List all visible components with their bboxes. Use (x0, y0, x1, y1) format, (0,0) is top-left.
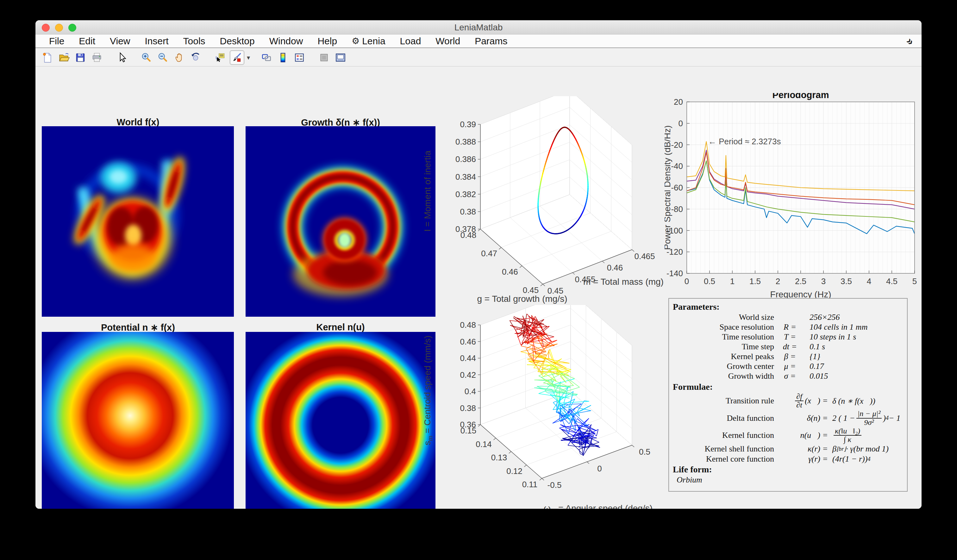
potential-heatmap[interactable] (42, 332, 234, 509)
z-tick-label: 0.382 (455, 189, 476, 199)
parameter-row: Space resolutionR =104 cells in 1 mm (672, 322, 904, 332)
menu-item-insert[interactable]: Insert (137, 36, 176, 46)
data-cursor-icon[interactable] (213, 50, 227, 65)
parameter-row: Growth widthσ =0.015 (672, 371, 904, 381)
link-plot-icon[interactable] (259, 50, 273, 65)
z-tick-label: 0.38 (460, 207, 476, 216)
parameters-panel: Parameters: World size256×256Space resol… (668, 298, 908, 492)
axis-label-y: ωm​ = Angular speed (deg/s) (544, 503, 652, 509)
parameter-rows: World size256×256Space resolutionR =104 … (672, 312, 904, 381)
parameter-value: 0.015 (810, 371, 828, 381)
x-tick-label: 2 (775, 276, 780, 286)
insert-legend-icon[interactable] (292, 50, 306, 65)
x-tick-label: 2.5 (795, 276, 806, 286)
title-bar[interactable]: LeniaMatlab (35, 20, 922, 35)
formula-row: Transition rule∂f∂t(x⃗) =δ (n ∗ f(x⃗)) (672, 393, 904, 409)
menu-item-label: Params (475, 36, 507, 46)
brush-dropdown-icon[interactable]: ▾ (247, 54, 250, 62)
lifeform-value: Orbium (677, 475, 904, 485)
menu-item-world[interactable]: World (428, 36, 467, 46)
menu-item-label: Load (400, 36, 421, 46)
parameter-row: Time resolutionT =10 steps in 1 s (672, 332, 904, 342)
menu-item-load[interactable]: Load (393, 36, 428, 46)
x-tick-label: 5 (912, 276, 917, 286)
menu-item-file[interactable]: File (42, 36, 71, 46)
toolbar-group (115, 50, 131, 65)
parameter-symbol: T = (774, 332, 806, 342)
phase-portrait-3d-speed[interactable]: 0.110.120.130.140.15-0.500.50.360.380.40… (421, 305, 671, 509)
growth-heatmap[interactable] (246, 126, 436, 317)
parameter-label: Space resolution (672, 322, 774, 332)
menu-item-label: Window (269, 36, 303, 46)
x-tick-label: 0.11 (522, 480, 538, 489)
brush-icon[interactable] (230, 50, 244, 65)
menu-item-label: Tools (183, 36, 205, 46)
pan-icon[interactable] (172, 50, 186, 65)
insert-colorbar-icon[interactable] (276, 50, 290, 65)
z-tick-label: 0.46 (460, 337, 476, 346)
parameter-symbol: β = (774, 352, 806, 361)
phase-portrait-3d-mass[interactable]: 0.450.460.470.480.450.4550.460.4650.3780… (421, 96, 671, 305)
window-title: LeniaMatlab (35, 22, 922, 33)
toolbar-group: ▾ (213, 50, 251, 65)
parameter-symbol: R = (774, 322, 806, 332)
y-tick-label: -20 (671, 140, 683, 150)
toolbar-group (139, 50, 205, 65)
leniamatlab-window: LeniaMatlab FileEditViewInsertToolsDeskt… (35, 20, 922, 509)
zoom-out-icon[interactable] (156, 50, 170, 65)
menu-bar: FileEditViewInsertToolsDesktopWindowHelp… (35, 35, 922, 48)
toolbar-group (317, 50, 350, 65)
menu-overflow-icon[interactable]: » (904, 35, 917, 48)
parameter-value: 0.17 (810, 361, 824, 371)
axis-label-z: I = Moment of inertia (422, 151, 432, 232)
parameter-value: 104 cells in 1 mm (810, 322, 867, 332)
y-tick-label: -0.5 (548, 480, 562, 490)
new-figure-icon[interactable] (41, 50, 54, 65)
y-tick-label: -40 (671, 161, 683, 171)
menu-item-help[interactable]: Help (310, 36, 344, 46)
x-tick-label: 0.45 (523, 286, 539, 295)
x-tick-label: 3.5 (840, 276, 852, 286)
kernel-heatmap[interactable] (246, 332, 436, 509)
pointer-icon[interactable] (115, 50, 128, 65)
parameter-row: Time stepdt =0.1 s (672, 342, 904, 352)
save-figure-icon[interactable] (73, 50, 87, 65)
rotate-3d-icon[interactable] (189, 50, 202, 65)
formula-row: Kernel functionn(u⃗) =κ(‖u⃗‖₂)∫ κ (672, 427, 904, 443)
z-tick-label: 0.39 (460, 120, 476, 129)
menu-item-label: Desktop (220, 36, 255, 46)
menu-item-lenia[interactable]: ⚙Lenia (344, 36, 393, 46)
x-tick-label: 0.12 (506, 466, 523, 476)
parameter-symbol: σ = (774, 371, 806, 381)
x-tick-label: 0.13 (491, 453, 507, 462)
z-tick-label: 0.42 (460, 370, 476, 380)
z-tick-label: 0.378 (455, 224, 476, 234)
zoom-in-icon[interactable] (139, 50, 153, 65)
menu-item-window[interactable]: Window (262, 36, 311, 46)
y-tick-label: 20 (674, 97, 683, 107)
desktop-background: LeniaMatlab FileEditViewInsertToolsDeskt… (0, 0, 957, 560)
menu-item-tools[interactable]: Tools (176, 36, 213, 46)
periodogram-plot[interactable]: 00.511.522.533.544.55200-20-40-60-80-100… (665, 93, 922, 302)
menu-item-edit[interactable]: Edit (71, 36, 103, 46)
menu-item-label: Edit (79, 36, 95, 46)
y-tick-label: -140 (666, 269, 683, 278)
show-plot-tools-icon[interactable] (333, 50, 347, 65)
print-figure-icon[interactable] (90, 50, 104, 65)
open-file-icon[interactable] (57, 50, 71, 65)
menu-item-params[interactable]: Params (467, 36, 515, 46)
menu-item-desktop[interactable]: Desktop (213, 36, 262, 46)
formula-rows: Transition rule∂f∂t(x⃗) =δ (n ∗ f(x⃗))De… (672, 393, 904, 464)
axis-label-y: m = Total mass (mg) (583, 277, 664, 287)
parameter-label: Time resolution (672, 332, 774, 342)
periodogram-ylabel: Power Spectral Density (dB/Hz) (665, 125, 672, 250)
hide-plot-tools-icon[interactable] (317, 50, 331, 65)
parameter-label: Time step (672, 342, 774, 352)
menu-item-view[interactable]: View (103, 36, 137, 46)
x-tick-label: 0.14 (475, 440, 492, 449)
parameter-row: Kernel peaksβ ={1} (672, 352, 904, 361)
world-heatmap[interactable] (42, 126, 234, 317)
x-tick-label: 0 (684, 276, 689, 286)
menu-item-label: Help (317, 36, 337, 46)
lifeform-heading: Life form: (673, 464, 904, 475)
